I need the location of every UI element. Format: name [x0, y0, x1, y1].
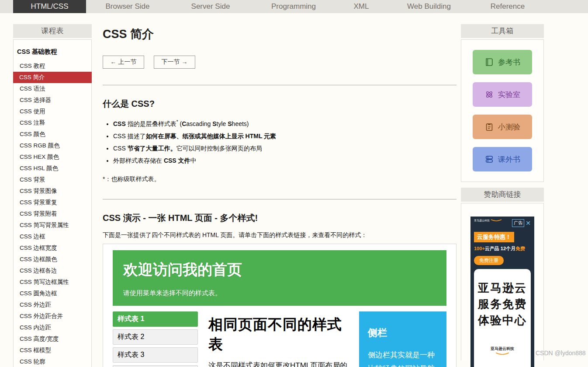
tab-reference[interactable]: Reference — [470, 0, 545, 13]
amazon-logo: 亚马逊云科技 — [476, 346, 529, 356]
tab-programming[interactable]: Programming — [252, 0, 335, 13]
sidebar-item-css-padding[interactable]: CSS 内边距 — [14, 322, 91, 333]
prev-section-button[interactable]: ← 上一节 — [103, 56, 144, 69]
demo-content-title: 相同页面不同的样式表 — [208, 315, 349, 354]
tab-browser-side[interactable]: Browser Side — [86, 0, 169, 13]
footnote: *：也称级联样式表。 — [103, 175, 457, 183]
sponsor-panel: 亚马逊云科技 广告 ✕ 云服务特惠！ 100+云产品 12个月免费 免费注册 亚… — [461, 203, 544, 360]
sidebar-item-css-rgb[interactable]: CSS RGB 颜色 — [14, 140, 91, 151]
divider — [103, 85, 457, 85]
laboratory-button[interactable]: 实验室 — [473, 82, 532, 107]
course-sidebar-header: 课程表 — [13, 24, 92, 38]
sidebar-item-css-syntax[interactable]: CSS 语法 — [14, 83, 91, 94]
extra-reading-button[interactable]: 课外书 — [473, 147, 532, 171]
sidebar-item-css-height-width[interactable]: CSS 高度/宽度 — [14, 333, 91, 345]
sidebar-item-css-bg-shorthand[interactable]: CSS 简写背景属性 — [14, 220, 91, 231]
css-facts-list: CSS 指的是层叠样式表* (Cascading Style Sheets) C… — [113, 119, 457, 165]
bullet-css-describes: CSS 描述了如何在屏幕、纸张或其他媒体上显示 HTML 元素 — [113, 133, 457, 140]
stylesheet1-button[interactable]: 样式表 1 — [113, 311, 198, 327]
sidebar-item-css-border-sides[interactable]: CSS 边框各边 — [14, 265, 91, 276]
tab-web-building[interactable]: Web Building — [387, 0, 470, 13]
bullet-css-external: 外部样式表存储在 CSS 文件中 — [113, 157, 457, 165]
quiz-button[interactable]: 小测验 — [473, 115, 532, 139]
stylesheet3-button[interactable]: 样式表 3 — [113, 347, 198, 363]
top-navigation: HTML/CSS Browser Side Server Side Progra… — [0, 0, 588, 13]
sidebar-item-css-tutorial[interactable]: CSS 教程 — [14, 60, 91, 72]
page-title: CSS 简介 — [103, 26, 457, 42]
amazon-smile-icon — [495, 352, 510, 355]
reference-book-button[interactable]: 参考书 — [473, 50, 532, 74]
tab-server-side[interactable]: Server Side — [169, 0, 252, 13]
csdn-watermark: CSDN @lydon888 — [536, 350, 586, 357]
sponsor-header: 赞助商链接 — [461, 188, 544, 202]
ad-close-icon[interactable]: ✕ — [526, 220, 531, 226]
bullet-css-saves-work: CSS 节省了大量工作。它可以同时控制多张网页的布局 — [113, 145, 457, 153]
pager: ← 上一节 下一节 → — [103, 56, 457, 69]
sidebar-item-css-margin-collapse[interactable]: CSS 外边距合并 — [14, 311, 91, 322]
toolbox-panel: 参考书 实验室 小测验 课外书 — [461, 39, 544, 182]
sidebar-item-css-bg-repeat[interactable]: CSS 背景重复 — [14, 197, 91, 208]
ad-label: 广告 — [512, 219, 524, 227]
sidebar-item-css-background[interactable]: CSS 背景 — [14, 174, 91, 185]
tab-html-css[interactable]: HTML/CSS — [13, 0, 86, 13]
sidebar-item-css-howto[interactable]: CSS 使用 — [14, 106, 91, 117]
book-icon — [484, 57, 494, 67]
course-sidebar: 课程表 CSS 基础教程 CSS 教程 CSS 简介 CSS 语法 CSS 选择… — [13, 24, 92, 367]
sidebar-item-css-border-width[interactable]: CSS 边框宽度 — [14, 242, 91, 254]
demo-sidebar: 侧栏 侧边栏其实就是一种比较经典的网站导航设计，它的形式通常为竖向的一列，展示在… — [359, 311, 446, 367]
demo-banner-subtitle: 请使用菜单来选择不同的样式表。 — [123, 289, 436, 297]
sidebar-item-css-intro[interactable]: CSS 简介 — [13, 72, 92, 83]
demo-banner-title: 欢迎访问我的首页 — [123, 260, 436, 280]
css-demo-heading: CSS 演示 - 一张 HTML 页面 - 多个样式! — [103, 212, 457, 224]
toolbox-sidebar: 工具箱 参考书 实验室 小测验 课外书 赞助商链接 亚马逊云科技 — [461, 24, 544, 360]
amazon-smile-icon — [491, 219, 502, 221]
books-icon — [484, 154, 494, 164]
demo-main-content: 相同页面不同的样式表 这是不同样式表如何更改HTML页面布局的演示。您可以通过在… — [205, 311, 352, 367]
amazon-logo-mini: 亚马逊云科技 — [474, 219, 502, 222]
advertisement[interactable]: 亚马逊云科技 广告 ✕ 云服务特惠！ 100+云产品 12个月免费 免费注册 亚… — [470, 217, 534, 367]
what-is-css-heading: 什么是 CSS? — [103, 98, 457, 110]
sidebar-item-css-border[interactable]: CSS 边框 — [14, 231, 91, 242]
demo-content-text: 这是不同样式表如何更改HTML页面布局的演示。您可以通过在菜单中选择不同的样式表… — [208, 359, 349, 367]
next-section-button[interactable]: 下一节 → — [154, 56, 195, 69]
sidebar-item-css-bg-attachment[interactable]: CSS 背景附着 — [14, 208, 91, 220]
ad-promo-badge: 云服务特惠！ — [474, 232, 514, 242]
sidebar-item-css-colors[interactable]: CSS 颜色 — [14, 129, 91, 140]
demo-intro-text: 下面是一张提供了四个不同样式表的 HTML 页面。请单击下面的样式表链接，来查看… — [103, 231, 457, 239]
sidebar-item-css-box-model[interactable]: CSS 框模型 — [14, 345, 91, 356]
sidebar-item-css-rounded-border[interactable]: CSS 圆角边框 — [14, 288, 91, 299]
stylesheet4-button[interactable]: 样式表 4 — [113, 365, 198, 367]
sidebar-item-css-comments[interactable]: CSS 注释 — [14, 117, 91, 129]
toolbox-header: 工具箱 — [461, 24, 544, 38]
ad-register-button[interactable]: 免费注册 — [474, 256, 504, 265]
css-demo-frame: 欢迎访问我的首页 请使用菜单来选择不同的样式表。 样式表 1 样式表 2 样式表… — [103, 244, 457, 367]
ad-promo-line: 100+云产品 12个月免费 — [474, 245, 531, 252]
sidebar-item-css-outline[interactable]: CSS 轮廓 — [14, 356, 91, 367]
stylesheet2-button[interactable]: 样式表 2 — [113, 329, 198, 345]
demo-banner: 欢迎访问我的首页 请使用菜单来选择不同的样式表。 — [113, 250, 446, 306]
atom-icon — [484, 90, 494, 99]
demo-sidebar-title: 侧栏 — [368, 326, 438, 339]
ad-card-title: 亚马逊云 服务免费 体验中心 — [476, 280, 529, 329]
stylesheet-menu: 样式表 1 样式表 2 样式表 3 样式表 4 无样式表 — [113, 311, 198, 367]
ad-card[interactable]: 亚马逊云 服务免费 体验中心 亚马逊云科技 爆款服务器 三 — [474, 269, 531, 367]
bullet-css-definition: CSS 指的是层叠样式表* (Cascading Style Sheets) — [113, 119, 457, 128]
sidebar-item-css-border-color[interactable]: CSS 边框颜色 — [14, 254, 91, 265]
sidebar-item-css-selectors[interactable]: CSS 选择器 — [14, 94, 91, 106]
sidebar-item-css-border-shorthand[interactable]: CSS 简写边框属性 — [14, 276, 91, 288]
sidebar-item-css-hex[interactable]: CSS HEX 颜色 — [14, 151, 91, 163]
divider — [103, 199, 457, 199]
clipboard-icon — [484, 122, 494, 132]
course-group-title: CSS 基础教程 — [14, 42, 91, 60]
sidebar-item-css-hsl[interactable]: CSS HSL 颜色 — [14, 163, 91, 174]
tab-xml[interactable]: XML — [335, 0, 387, 13]
course-list: CSS 基础教程 CSS 教程 CSS 简介 CSS 语法 CSS 选择器 CS… — [13, 39, 92, 367]
sidebar-item-css-margin[interactable]: CSS 外边距 — [14, 299, 91, 311]
main-content: CSS 简介 ← 上一节 下一节 → 什么是 CSS? CSS 指的是层叠样式表… — [103, 22, 457, 367]
sidebar-item-css-bg-image[interactable]: CSS 背景图像 — [14, 185, 91, 197]
demo-sidebar-text: 侧边栏其实就是一种比较经典的网站导航设计，它的形式通常为竖向的一列，展示在网站的… — [368, 348, 438, 367]
